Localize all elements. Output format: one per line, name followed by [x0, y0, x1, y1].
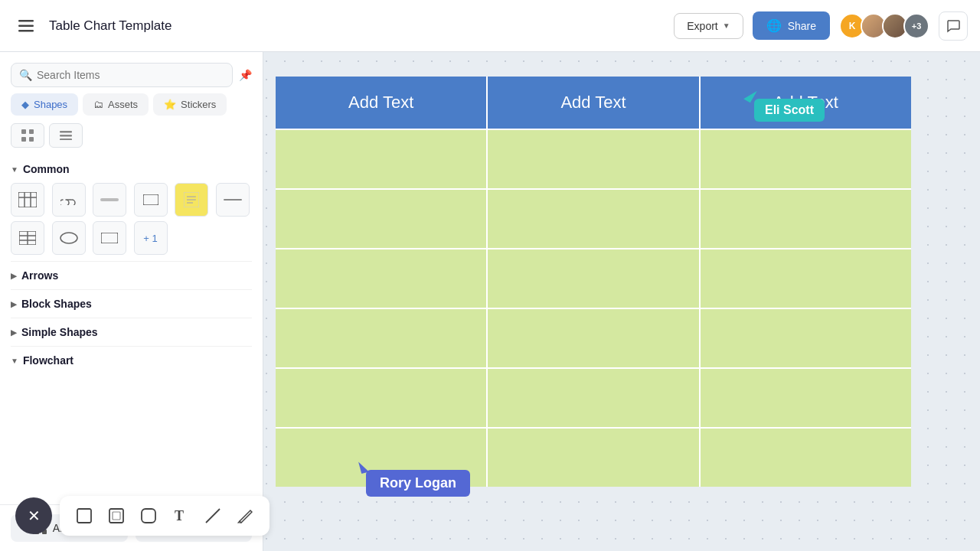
table-cell[interactable] — [701, 309, 911, 367]
grid-view-button[interactable] — [11, 123, 44, 148]
collaborator-avatars: K +3 — [839, 13, 929, 39]
svg-rect-36 — [113, 512, 120, 520]
more-shapes-label: + 1 — [143, 233, 157, 244]
tool-frame[interactable] — [103, 502, 130, 530]
table-cell[interactable] — [276, 249, 488, 308]
header-text-2: Add Text — [560, 93, 626, 112]
table-cell[interactable] — [488, 130, 700, 188]
share-button[interactable]: 🌐 Share — [753, 11, 830, 40]
svg-rect-1 — [18, 24, 34, 27]
section-simple-shapes-header[interactable]: ▶ Simple Shapes — [11, 318, 252, 346]
more-shapes-button[interactable]: + 1 — [134, 221, 168, 255]
shape-rect-small[interactable] — [134, 183, 168, 217]
header: Table Chart Template Export ▼ 🌐 Share K … — [0, 0, 980, 52]
page-title: Table Chart Template — [49, 18, 665, 34]
section-block-shapes-label: Block Shapes — [21, 298, 92, 310]
svg-rect-4 — [29, 129, 34, 134]
table-cell[interactable] — [488, 429, 700, 487]
assets-tab-icon: 🗂 — [93, 99, 103, 110]
tab-shapes[interactable]: ◆ Shapes — [11, 93, 78, 116]
svg-rect-9 — [60, 139, 72, 140]
table-cell[interactable] — [276, 190, 488, 248]
shape-link[interactable] — [52, 183, 86, 217]
svg-rect-14 — [100, 198, 119, 201]
section-simple-shapes-label: Simple Shapes — [21, 326, 98, 338]
table-body — [276, 129, 911, 487]
table-cell[interactable] — [488, 369, 700, 427]
table-row — [276, 129, 911, 188]
svg-rect-2 — [18, 30, 34, 32]
table-cell[interactable] — [276, 130, 488, 188]
tab-assets[interactable]: 🗂 Assets — [83, 93, 149, 116]
svg-rect-37 — [142, 509, 155, 523]
table-cell[interactable] — [488, 249, 700, 308]
shape-sticky-note[interactable] — [175, 183, 208, 217]
shape-oval[interactable] — [52, 221, 86, 255]
svg-rect-7 — [60, 131, 72, 133]
section-arrows-header[interactable]: ▶ Arrows — [11, 261, 252, 289]
shape-table[interactable] — [11, 183, 44, 217]
table-header-cell-1[interactable]: Add Text — [276, 77, 488, 129]
table-cell[interactable] — [701, 190, 911, 248]
common-shapes-grid: + 1 — [11, 183, 252, 255]
svg-rect-20 — [224, 199, 242, 201]
search-input-wrap[interactable]: 🔍 — [11, 63, 233, 87]
close-button[interactable]: ✕ — [15, 497, 52, 534]
tool-rect[interactable] — [70, 502, 98, 530]
svg-text:T: T — [175, 508, 184, 523]
stickers-tab-label: Stickers — [181, 99, 216, 110]
svg-rect-26 — [101, 233, 118, 243]
table-cell[interactable] — [488, 190, 700, 248]
section-common-header[interactable]: ▼ Common — [11, 157, 252, 183]
table-chart: Add Text Add Text Add Text — [276, 77, 911, 487]
shape-table-2[interactable] — [11, 221, 44, 255]
section-block-shapes-header[interactable]: ▶ Block Shapes — [11, 289, 252, 318]
table-cell[interactable] — [701, 130, 911, 188]
table-row — [276, 367, 911, 427]
table-cell[interactable] — [276, 309, 488, 367]
list-view-button[interactable] — [49, 123, 83, 148]
common-expand-icon: ▼ — [11, 165, 18, 174]
bottom-toolbar: ✕ T — [15, 496, 270, 536]
assets-tab-label: Assets — [108, 99, 138, 110]
header-text-1: Add Text — [348, 93, 413, 112]
table-row — [276, 308, 911, 367]
tool-line[interactable] — [199, 502, 227, 530]
block-shapes-expand-icon: ▶ — [11, 300, 17, 308]
avatar-count: +3 — [903, 13, 929, 39]
table-cell[interactable] — [276, 369, 488, 427]
tool-text[interactable]: T — [167, 502, 194, 530]
shape-divider[interactable] — [93, 183, 126, 217]
table-cell[interactable] — [701, 369, 911, 427]
shape-line[interactable] — [216, 183, 250, 217]
tab-stickers[interactable]: ⭐ Stickers — [153, 93, 227, 116]
export-arrow-icon: ▼ — [723, 21, 730, 30]
view-toggle — [0, 123, 263, 152]
export-button[interactable]: Export ▼ — [674, 13, 743, 39]
table-cell[interactable] — [701, 249, 911, 308]
collaborator-label-rory: Rory Logan — [366, 470, 470, 497]
section-arrows-label: Arrows — [21, 269, 58, 282]
tool-pen[interactable] — [231, 502, 259, 530]
export-label: Export — [687, 20, 717, 32]
table-cell[interactable] — [488, 309, 700, 367]
section-flowchart-header[interactable]: ▼ Flowchart — [11, 346, 252, 374]
shape-rect[interactable] — [93, 221, 126, 255]
shapes-tab-icon: ◆ — [21, 99, 29, 110]
share-label: Share — [788, 20, 816, 32]
tool-corner-rect[interactable] — [135, 502, 162, 530]
pin-icon[interactable]: 📌 — [239, 69, 252, 81]
section-flowchart-label: Flowchart — [23, 354, 74, 367]
menu-button[interactable] — [12, 12, 40, 40]
shapes-panel: 🔍 📌 ◆ Shapes 🗂 Assets ⭐ Stickers ▼ Com — [0, 52, 263, 551]
table-cell[interactable] — [701, 429, 911, 487]
arrows-expand-icon: ▶ — [11, 272, 17, 280]
simple-shapes-expand-icon: ▶ — [11, 328, 17, 337]
panel-search-area: 🔍 📌 — [0, 52, 263, 93]
flowchart-expand-icon: ▼ — [11, 357, 18, 365]
svg-rect-3 — [21, 129, 26, 134]
comment-button[interactable] — [939, 11, 968, 41]
search-input[interactable] — [37, 69, 224, 81]
panel-tabs: ◆ Shapes 🗂 Assets ⭐ Stickers — [0, 93, 263, 123]
table-header-cell-2[interactable]: Add Text — [488, 77, 700, 129]
